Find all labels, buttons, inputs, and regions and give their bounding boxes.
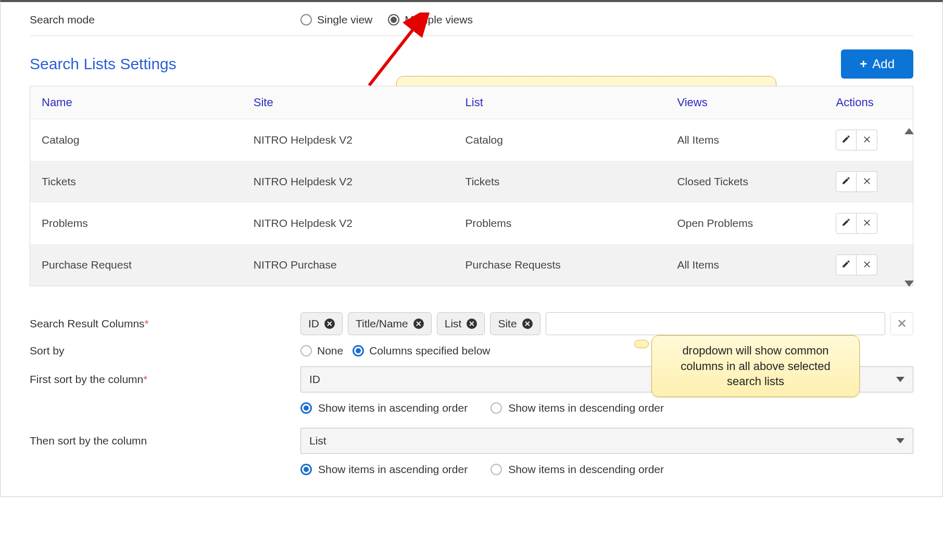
chip-remove-icon[interactable]: ✕ [522,319,533,329]
then-sort-asc[interactable]: Show items in ascending order [300,463,468,476]
then-sort-asc-label: Show items in ascending order [318,463,468,476]
then-sort-label: Then sort by the column [30,435,300,447]
pencil-icon [841,176,851,188]
table-row: TicketsNITRO Helpdesk V2TicketsClosed Ti… [30,161,913,202]
scroll-down-icon[interactable] [904,281,914,287]
cell-site: NITRO Helpdesk V2 [242,202,454,244]
scroll-up-icon[interactable] [904,128,914,134]
search-mode-label: Search mode [30,14,300,26]
first-sort-desc[interactable]: Show items in descending order [491,402,664,414]
close-icon [862,259,872,271]
cell-name: Catalog [30,119,242,161]
cell-actions [824,161,913,202]
col-views[interactable]: Views [665,86,824,119]
cell-list: Problems [454,202,666,244]
search-lists-grid: Name Site List Views Actions CatalogNITR… [30,86,913,286]
cell-views: Closed Tickets [665,161,824,202]
radio-icon [491,402,502,414]
radio-icon [353,345,364,357]
col-actions: Actions [824,86,913,119]
sort-by-none-label: None [317,345,343,357]
cell-site: NITRO Helpdesk V2 [242,161,454,202]
radio-icon [491,464,502,475]
then-sort-select[interactable]: List [300,428,913,454]
chip-label: Title/Name [356,317,408,330]
chip-remove-icon[interactable]: ✕ [413,319,424,329]
add-button[interactable]: + Add [841,49,913,79]
then-sort-value: List [309,435,326,447]
cell-views: All Items [665,244,824,286]
chevron-down-icon [896,438,904,443]
required-mark: * [143,373,147,385]
search-mode-row: Search mode Single view Multiple views [30,14,913,26]
delete-button[interactable] [857,254,877,275]
search-mode-group: Single view Multiple views [300,14,473,26]
result-columns-input[interactable] [546,312,885,335]
cell-name: Problems [30,202,242,244]
radio-icon [300,464,312,475]
result-columns-row: Search Result Columns* ID✕Title/Name✕Lis… [30,312,913,335]
chip-label: List [445,317,462,330]
col-name[interactable]: Name [30,86,242,119]
col-list[interactable]: List [454,86,666,119]
chevron-down-icon [896,377,904,382]
then-sort-row: Then sort by the column List [30,428,913,454]
pencil-icon [841,134,851,146]
first-sort-asc[interactable]: Show items in ascending order [300,402,468,414]
required-mark: * [145,317,149,329]
column-chip[interactable]: List✕ [437,312,485,335]
cell-site: NITRO Helpdesk V2 [242,119,454,161]
radio-icon [300,402,312,414]
cell-name: Purchase Request [30,244,242,286]
sort-by-group: None Columns specified below [300,345,491,357]
close-icon [862,176,872,188]
first-sort-desc-label: Show items in descending order [508,402,664,414]
add-button-label: Add [872,57,895,71]
cell-actions [824,244,913,286]
chip-remove-icon[interactable]: ✕ [467,319,477,329]
callout-text: dropdown will show common columns in all… [681,344,830,388]
column-chip[interactable]: ID✕ [300,312,343,335]
cell-list: Catalog [454,119,666,161]
search-mode-single[interactable]: Single view [300,14,372,26]
divider [30,35,913,36]
pencil-icon [841,259,851,271]
cell-views: All Items [665,119,824,161]
edit-button[interactable] [836,254,857,275]
delete-button[interactable] [857,130,877,150]
edit-button[interactable] [836,171,857,192]
delete-button[interactable] [857,213,877,234]
edit-button[interactable] [836,130,857,150]
cell-actions [824,119,913,161]
sort-by-columns[interactable]: Columns specified below [353,345,490,357]
settings-panel: Search mode Single view Multiple views S… [0,0,943,497]
sort-by-columns-label: Columns specified below [369,345,490,357]
sort-by-none[interactable]: None [300,345,343,357]
result-columns-label: Search Result Columns* [30,317,300,330]
first-sort-label: First sort by the column* [30,373,300,386]
edit-button[interactable] [836,213,857,234]
column-chip[interactable]: Site✕ [490,312,540,335]
table-row: Purchase RequestNITRO PurchasePurchase R… [30,244,913,286]
search-lists-title: Search Lists Settings [30,55,177,73]
then-sort-desc[interactable]: Show items in descending order [491,463,664,476]
first-sort-order: Show items in ascending order Show items… [300,402,913,414]
delete-button[interactable] [857,171,877,192]
chip-label: ID [308,317,319,330]
search-mode-multiple-label: Multiple views [405,14,473,26]
chip-remove-icon[interactable]: ✕ [324,319,335,329]
table-row: ProblemsNITRO Helpdesk V2ProblemsOpen Pr… [30,202,913,244]
first-sort-value: ID [309,373,320,386]
result-columns-chips: ID✕Title/Name✕List✕Site✕ ✕ [300,312,913,335]
search-lists-header: Search Lists Settings + Add [30,49,913,79]
sort-by-label: Sort by [30,345,300,357]
column-chip[interactable]: Title/Name✕ [348,312,432,335]
col-site[interactable]: Site [242,86,454,119]
radio-icon [388,14,399,26]
then-sort-desc-label: Show items in descending order [508,463,664,476]
cell-views: Open Problems [665,202,824,244]
search-mode-multiple[interactable]: Multiple views [388,14,473,26]
clear-columns-button[interactable]: ✕ [890,312,913,335]
cell-site: NITRO Purchase [242,244,454,286]
chip-label: Site [498,317,517,330]
